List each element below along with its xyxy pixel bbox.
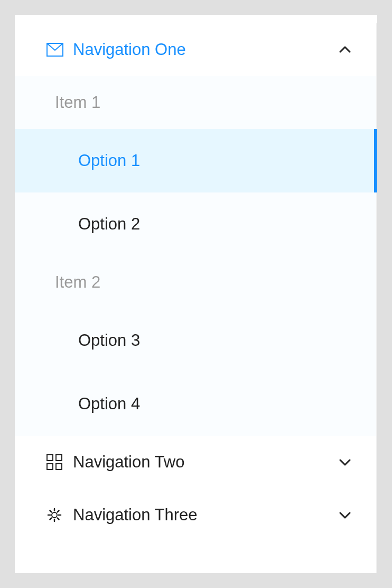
group-item-2: Item 2	[15, 256, 377, 309]
nav-group-three: Navigation Three	[15, 489, 377, 541]
option-4[interactable]: Option 4	[15, 372, 377, 436]
option-2-label: Option 2	[78, 215, 140, 233]
gear-icon	[46, 507, 68, 523]
option-3[interactable]: Option 3	[15, 309, 377, 372]
panel-divider	[376, 23, 377, 573]
chevron-down-icon	[339, 511, 351, 519]
appstore-icon	[46, 454, 68, 470]
nav-group-two: Navigation Two	[15, 436, 377, 489]
chevron-down-icon	[339, 458, 351, 466]
option-4-label: Option 4	[78, 394, 140, 413]
nav-three-label: Navigation Three	[68, 506, 339, 525]
mail-icon	[46, 43, 68, 57]
option-1-label: Option 1	[78, 151, 140, 170]
nav-panel: Navigation One Item 1 Option 1 Option 2 …	[15, 15, 377, 573]
group-item-1-label: Item 1	[55, 93, 100, 112]
option-3-label: Option 3	[78, 331, 140, 350]
svg-rect-1	[47, 455, 53, 461]
nav-group-one: Navigation One Item 1 Option 1 Option 2 …	[15, 23, 377, 436]
svg-rect-3	[47, 464, 53, 470]
nav-one-submenu: Item 1 Option 1 Option 2 Item 2 Option 3…	[15, 76, 377, 436]
option-1[interactable]: Option 1	[15, 129, 377, 192]
svg-rect-2	[56, 455, 62, 461]
nav-two-label: Navigation Two	[68, 453, 339, 472]
nav-one-header[interactable]: Navigation One	[15, 23, 377, 76]
group-item-2-label: Item 2	[55, 273, 100, 291]
svg-rect-4	[56, 464, 62, 470]
option-2[interactable]: Option 2	[15, 192, 377, 256]
group-item-1: Item 1	[15, 76, 377, 129]
nav-one-label: Navigation One	[68, 40, 339, 59]
nav-two-header[interactable]: Navigation Two	[15, 436, 377, 489]
chevron-up-icon	[339, 46, 351, 53]
svg-point-5	[52, 512, 57, 518]
nav-three-header[interactable]: Navigation Three	[15, 489, 377, 541]
